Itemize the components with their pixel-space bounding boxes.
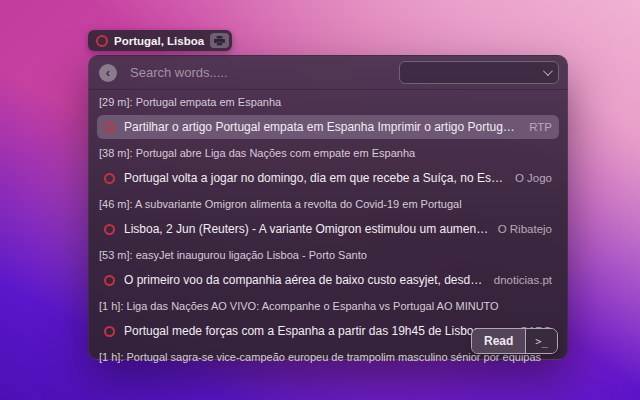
- news-group: [46 m]: A subvariante Omigron alimenta a…: [89, 197, 567, 241]
- group-header: [29 m]: Portugal empata em Espanha: [89, 95, 567, 109]
- printer-icon: [214, 36, 225, 46]
- news-row[interactable]: Partilhar o artigo Portugal empata em Es…: [97, 115, 559, 139]
- search-bar: ‹: [89, 56, 567, 90]
- news-row-source: RTP: [529, 121, 552, 133]
- news-panel: ‹ [29 m]: Portugal empata em Espanha Par…: [88, 55, 568, 360]
- location-chip[interactable]: Portugal, Lisboa: [88, 30, 232, 51]
- news-row-text: Partilhar o artigo Portugal empata em Es…: [124, 120, 520, 134]
- group-header: [46 m]: A subvariante Omigron alimenta a…: [89, 197, 567, 211]
- terminal-prompt-icon: >_: [535, 335, 548, 347]
- filter-dropdown[interactable]: [399, 61, 559, 84]
- location-ring-icon: [96, 35, 108, 47]
- ring-icon: [104, 326, 115, 337]
- ring-icon: [104, 224, 115, 235]
- chevron-left-icon: ‹: [106, 65, 110, 80]
- news-list: [29 m]: Portugal empata em Espanha Parti…: [89, 90, 567, 364]
- news-row[interactable]: O primeiro voo da companhia aérea de bai…: [97, 268, 559, 292]
- group-header: [53 m]: easyJet inaugurou ligação Lisboa…: [89, 248, 567, 262]
- news-row-source: O Jogo: [515, 172, 552, 184]
- chevron-down-icon: [543, 66, 553, 76]
- news-row-source: dnoticias.pt: [494, 274, 552, 286]
- read-button[interactable]: Read: [472, 329, 525, 353]
- news-row-text: Lisboa, 2 Jun (Reuters) - A variante Omi…: [124, 222, 489, 236]
- ring-icon: [104, 275, 115, 286]
- ring-icon: [104, 173, 115, 184]
- news-group: [38 m]: Portugal abre Liga das Nações co…: [89, 146, 567, 190]
- news-row[interactable]: Portugal volta a jogar no domingo, dia e…: [97, 166, 559, 190]
- ring-icon: [104, 122, 115, 133]
- group-header: [38 m]: Portugal abre Liga das Nações co…: [89, 146, 567, 160]
- news-row[interactable]: Lisboa, 2 Jun (Reuters) - A variante Omi…: [97, 217, 559, 241]
- location-label: Portugal, Lisboa: [114, 35, 204, 47]
- news-row-text: Portugal volta a jogar no domingo, dia e…: [124, 171, 506, 185]
- search-input[interactable]: [128, 64, 342, 81]
- footer-button-group: Read >_: [471, 328, 558, 354]
- news-row-text: O primeiro voo da companhia aérea de bai…: [124, 273, 485, 287]
- news-row-text: Portugal mede forças com a Espanha a par…: [124, 324, 511, 338]
- news-group: [29 m]: Portugal empata em Espanha Parti…: [89, 95, 567, 139]
- group-header: [1 h]: Liga das Nações AO VIVO: Acompanh…: [89, 299, 567, 313]
- news-row-source: O Ribatejo: [498, 223, 552, 235]
- terminal-button[interactable]: >_: [525, 329, 557, 353]
- news-group: [53 m]: easyJet inaugurou ligação Lisboa…: [89, 248, 567, 292]
- print-button[interactable]: [210, 33, 229, 48]
- back-button[interactable]: ‹: [99, 64, 117, 82]
